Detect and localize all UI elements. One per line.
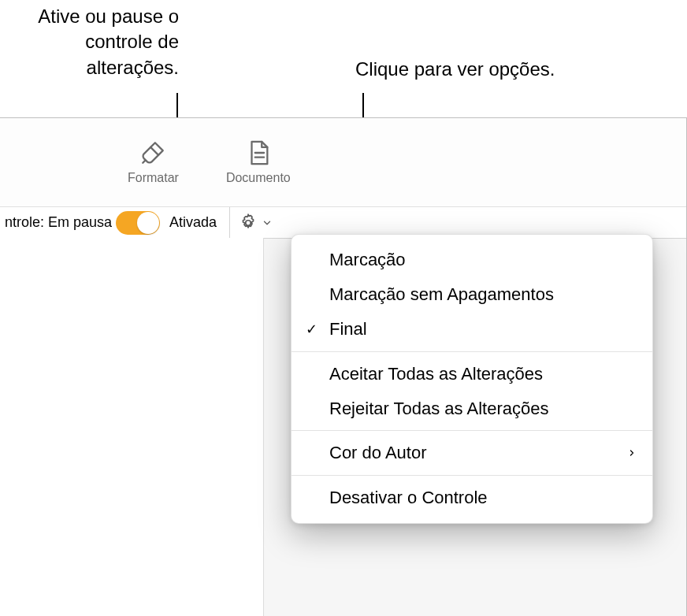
track-toggle[interactable] — [116, 211, 160, 235]
menu-item-label: Rejeitar Todas as Alterações — [329, 396, 548, 421]
menu-separator — [292, 430, 652, 431]
callout-text-toggle: Ative ou pause o controle de alterações. — [29, 4, 179, 80]
chevron-down-icon — [262, 217, 273, 228]
menu-item-desativar-controle[interactable]: Desativar o Controle — [292, 481, 652, 515]
separator — [229, 207, 230, 238]
track-status-prefix: ntrole: Em pausa — [5, 214, 112, 231]
callout-text-options: Clique para ver opções. — [355, 57, 555, 82]
menu-item-label: Marcação sem Apagamentos — [329, 282, 554, 307]
menu-item-label: Cor do Autor — [329, 440, 427, 466]
menu-item-label: Aceitar Todas as Alterações — [329, 362, 543, 387]
document-icon — [245, 139, 272, 166]
document-button[interactable]: Documento — [226, 139, 291, 185]
track-activated-label: Ativada — [169, 214, 217, 231]
toolbar-label: Formatar — [128, 171, 179, 185]
format-button[interactable]: Formatar — [128, 139, 179, 185]
brush-icon — [139, 139, 166, 166]
main-toolbar: Formatar Documento — [0, 118, 686, 207]
track-options-menu: Marcação Marcação sem Apagamentos ✓ Fina… — [291, 234, 653, 524]
menu-item-marcacao[interactable]: Marcação — [292, 243, 652, 277]
menu-separator — [292, 475, 652, 476]
menu-item-label: Final — [329, 317, 367, 342]
menu-item-rejeitar-todas[interactable]: Rejeitar Todas as Alterações — [292, 391, 652, 426]
menu-item-cor-do-autor[interactable]: Cor do Autor — [292, 436, 652, 470]
svg-point-2 — [246, 220, 251, 225]
menu-item-final[interactable]: ✓ Final — [292, 312, 652, 347]
document-canvas — [0, 238, 264, 616]
toggle-knob — [137, 212, 159, 234]
track-options-dropdown[interactable] — [238, 213, 273, 233]
checkmark-icon: ✓ — [306, 319, 318, 340]
menu-separator — [292, 351, 652, 352]
toolbar-label: Documento — [226, 171, 291, 185]
chevron-right-icon — [619, 447, 637, 459]
menu-item-marcacao-sem-apagamentos[interactable]: Marcação sem Apagamentos — [292, 277, 652, 312]
menu-item-label: Marcação — [329, 247, 406, 273]
gear-icon — [238, 213, 258, 233]
menu-item-aceitar-todas[interactable]: Aceitar Todas as Alterações — [292, 357, 652, 391]
menu-item-label: Desativar o Controle — [329, 485, 488, 510]
